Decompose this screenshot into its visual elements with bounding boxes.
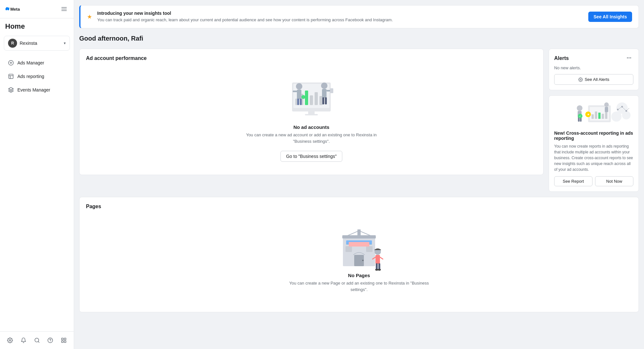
alerts-title: Alerts (554, 55, 569, 61)
svg-point-58 (617, 109, 619, 110)
sidebar-item-ads-reporting[interactable]: Ads reporting (3, 70, 71, 83)
no-alerts-text: No new alerts. (554, 65, 633, 70)
svg-rect-49 (598, 113, 601, 119)
sidebar-footer (0, 331, 74, 349)
search-button[interactable] (32, 335, 42, 345)
cross-account-title: New! Cross-account reporting in ads repo… (554, 131, 633, 141)
meta-logo: Meta (5, 6, 24, 12)
see-all-insights-button[interactable]: See All Insights (588, 12, 632, 22)
svg-rect-47 (592, 114, 594, 119)
cross-account-actions: See Report Not Now (554, 176, 633, 186)
pages-card: Pages (79, 197, 639, 312)
see-all-alerts-button[interactable]: See All Alerts (554, 74, 633, 85)
alerts-header: Alerts ··· (554, 54, 633, 62)
hamburger-button[interactable] (60, 5, 69, 14)
svg-line-8 (38, 341, 39, 342)
help-button[interactable] (45, 335, 55, 345)
svg-point-56 (604, 102, 609, 107)
cross-account-illustration: ★ ✓ (554, 101, 633, 127)
ads-reporting-icon (8, 73, 14, 80)
svg-rect-12 (64, 338, 66, 340)
ad-account-performance-card: Ad account performance (79, 49, 544, 175)
settings-button[interactable] (5, 335, 15, 345)
greeting: Good afternoon, Rafi (79, 34, 639, 44)
go-to-business-settings-button[interactable]: Go to "Business settings" (280, 151, 342, 162)
svg-rect-28 (297, 99, 299, 105)
svg-point-41 (577, 105, 582, 111)
not-now-button[interactable]: Not Now (595, 176, 633, 186)
alerts-more-button[interactable]: ··· (625, 54, 633, 62)
more-dots-icon: ··· (627, 55, 631, 61)
svg-point-23 (301, 95, 305, 99)
svg-point-37 (580, 79, 581, 80)
pages-title: Pages (86, 204, 632, 209)
pages-empty-desc: You can create a new Page or add an exis… (288, 280, 430, 293)
svg-point-40 (611, 111, 621, 122)
svg-rect-32 (322, 89, 327, 98)
svg-rect-74 (375, 255, 380, 264)
svg-point-59 (621, 106, 623, 108)
svg-text:★: ★ (587, 113, 590, 116)
svg-rect-33 (322, 97, 324, 104)
svg-rect-34 (325, 97, 327, 104)
sidebar-item-ads-reporting-label: Ads reporting (17, 74, 44, 79)
svg-rect-21 (315, 92, 318, 105)
svg-point-60 (625, 110, 627, 112)
svg-text:Meta: Meta (10, 7, 20, 12)
svg-rect-27 (297, 90, 301, 99)
account-name: Rexinsta (20, 41, 61, 46)
svg-rect-48 (595, 111, 597, 119)
layout-button[interactable] (59, 335, 69, 345)
account-selector[interactable]: R Rexinsta ▾ (4, 36, 70, 51)
see-report-button[interactable]: See Report (554, 176, 592, 186)
insights-banner: ★ Introducing your new insights tool You… (79, 5, 639, 28)
banner-content: Introducing your new insights tool You c… (97, 11, 583, 23)
svg-rect-19 (305, 91, 308, 105)
home-title: Home (5, 22, 69, 31)
banner-description: You can track paid and organic reach, le… (97, 17, 583, 23)
svg-rect-20 (310, 95, 313, 105)
main-content: ★ Introducing your new insights tool You… (74, 0, 644, 349)
cross-account-description: You can now create reports in ads report… (554, 143, 633, 172)
pages-illustration (327, 221, 391, 273)
svg-rect-70 (346, 246, 352, 252)
account-avatar: R (8, 39, 17, 48)
svg-rect-71 (366, 246, 373, 252)
cross-account-card: ★ ✓ New! Cross-account rep (549, 95, 639, 192)
svg-point-26 (296, 83, 302, 90)
chevron-down-icon: ▾ (64, 41, 66, 45)
notifications-button[interactable] (19, 335, 28, 345)
ad-account-performance-title: Ad account performance (86, 55, 537, 61)
svg-point-69 (362, 260, 364, 261)
svg-rect-24 (308, 111, 315, 114)
sidebar-item-ads-manager[interactable]: Ads Manager (3, 56, 71, 69)
svg-rect-5 (9, 74, 13, 79)
svg-rect-13 (62, 341, 63, 343)
sidebar-header: Meta (0, 0, 74, 18)
svg-rect-50 (602, 114, 604, 119)
events-manager-icon (8, 87, 14, 93)
sidebar-item-events-manager[interactable]: Events Manager (3, 83, 71, 96)
svg-point-31 (321, 82, 327, 89)
svg-rect-11 (62, 338, 63, 340)
gear-icon (578, 77, 583, 82)
svg-rect-72 (349, 242, 369, 247)
svg-rect-65 (357, 229, 361, 236)
ad-account-illustration (279, 73, 344, 124)
sidebar-home: Home (0, 18, 74, 33)
svg-rect-25 (305, 114, 318, 115)
ad-account-empty-desc: You can create a new ad account or add a… (241, 132, 382, 144)
ad-account-empty-title: No ad accounts (293, 124, 329, 130)
sidebar-item-events-manager-label: Events Manager (17, 87, 50, 92)
sidebar-nav: Ads Manager Ads reporting Events Manager (0, 53, 74, 331)
sidebar-item-ads-manager-label: Ads Manager (17, 60, 44, 65)
star-icon: ★ (87, 13, 92, 20)
right-panel: Alerts ··· No new alerts. See All Alerts (549, 49, 639, 192)
svg-rect-30 (293, 91, 297, 92)
svg-rect-14 (64, 341, 66, 343)
ads-manager-icon (8, 60, 14, 66)
see-all-alerts-label: See All Alerts (585, 77, 610, 82)
svg-point-78 (378, 269, 381, 271)
svg-text:✓: ✓ (579, 115, 581, 118)
banner-title: Introducing your new insights tool (97, 11, 583, 16)
